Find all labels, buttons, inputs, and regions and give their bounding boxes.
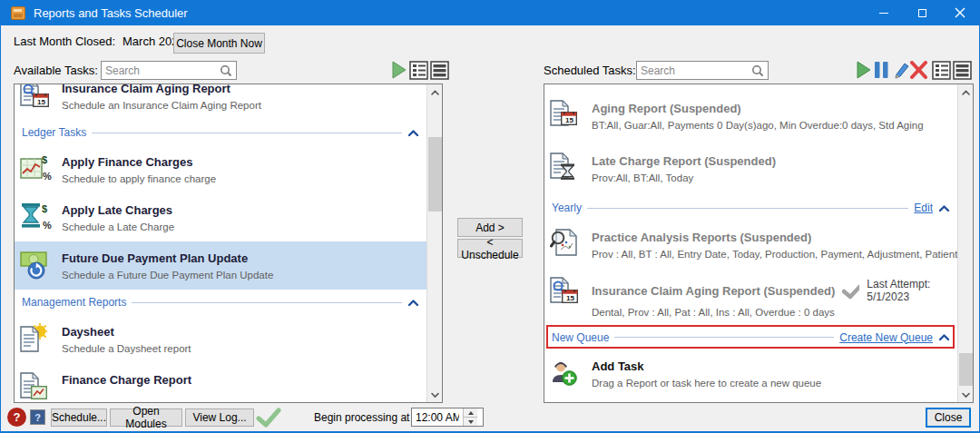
task-late-charge-report[interactable]: Late Charge Report (Suspended) Prov:All,… xyxy=(544,144,957,195)
task-aging-report[interactable]: 15 Aging Report (Suspended) BT:All, Guar… xyxy=(544,92,957,144)
maximize-icon xyxy=(918,9,926,17)
scrollbar-thumb[interactable] xyxy=(959,353,973,386)
task-desc: Drag a Report or task here to create a n… xyxy=(592,378,821,389)
task-practice-analysis[interactable]: Practice Analysis Reports (Suspended) Pr… xyxy=(544,221,957,269)
run-now-icon[interactable] xyxy=(392,61,407,79)
scheduled-tasks-search[interactable] xyxy=(636,61,769,80)
aging-report-icon: 15 xyxy=(550,100,583,131)
search-input[interactable] xyxy=(102,64,220,77)
begin-time-spinner[interactable] xyxy=(411,408,484,427)
minimize-button[interactable] xyxy=(865,0,903,25)
section-ledger-tasks: Ledger Tasks xyxy=(15,120,426,145)
list-view-icon[interactable] xyxy=(953,61,972,80)
list-view-icon[interactable] xyxy=(430,61,449,80)
task-apply-finance-charges[interactable]: $ % Apply Finance Charges Schedule to ap… xyxy=(15,145,426,193)
collapse-chevron-icon[interactable] xyxy=(407,299,419,307)
time-input[interactable] xyxy=(412,408,463,426)
minimize-icon xyxy=(879,13,888,14)
task-finance-charge-report[interactable]: Finance Charge Report xyxy=(15,363,426,402)
task-title: Late Charge Report (Suspended) xyxy=(592,153,776,169)
future-due-payment-icon xyxy=(20,250,53,280)
collapse-chevron-icon[interactable] xyxy=(938,204,950,212)
new-queue-section-wrap: New Queue Create New Queue xyxy=(544,325,957,349)
create-new-queue-link[interactable]: Create New Queue xyxy=(839,331,933,344)
task-title: Daysheet xyxy=(62,324,191,340)
footer-bar: ? ? Schedule... Open Modules View Log...… xyxy=(1,408,979,431)
unschedule-button[interactable]: < Unschedule xyxy=(457,239,523,258)
task-desc: Schedule a Late Charge xyxy=(62,221,174,232)
close-icon xyxy=(955,7,965,18)
window-title: Reports and Tasks Scheduler xyxy=(34,6,188,20)
add-task-person-icon xyxy=(550,358,583,389)
task-title: Apply Late Charges xyxy=(62,202,174,218)
scrollbar-thumb[interactable] xyxy=(428,137,442,212)
left-scrollbar[interactable] xyxy=(426,84,442,402)
view-log-button[interactable]: View Log... xyxy=(185,408,254,427)
task-insurance-claim-aging-scheduled[interactable]: 15 Insurance Claim Aging Report (Suspend… xyxy=(544,269,957,325)
task-desc: Schedule an Insurance Claim Aging Report xyxy=(62,100,261,111)
daysheet-icon xyxy=(20,323,53,354)
pause-icon[interactable] xyxy=(874,61,889,79)
task-desc: Schedule to apply finance charge xyxy=(62,173,216,184)
task-title: Insurance Claim Aging Report xyxy=(62,84,261,96)
schedule-button[interactable]: Schedule... xyxy=(51,408,107,427)
delete-x-icon[interactable] xyxy=(910,61,927,79)
close-window-button[interactable] xyxy=(941,0,979,25)
detail-view-icon[interactable] xyxy=(932,61,951,80)
task-desc: Schedule a Daysheet report xyxy=(62,343,191,354)
spin-up-icon[interactable] xyxy=(464,408,477,418)
collapse-chevron-icon[interactable] xyxy=(938,333,950,341)
help-blue-icon[interactable]: ? xyxy=(30,409,45,425)
scroll-up-icon[interactable] xyxy=(427,84,443,100)
task-insurance-claim-aging[interactable]: 15 Insurance Claim Aging Report Schedule… xyxy=(15,84,426,120)
available-tasks-search[interactable] xyxy=(101,61,237,80)
task-title: Insurance Claim Aging Report (Suspended) xyxy=(592,283,835,299)
scheduled-tasks-panel: 15 Aging Report (Suspended) BT:All, Guar… xyxy=(544,84,974,403)
open-modules-button[interactable]: Open Modules xyxy=(110,408,182,427)
task-add-task[interactable]: Add Task Drag a Report or task here to c… xyxy=(544,349,957,398)
task-desc: BT:All, Guar:All, Payments 0 Day(s)ago, … xyxy=(592,120,924,131)
status-checkmark-icon xyxy=(256,408,281,428)
task-title: Future Due Payment Plan Update xyxy=(62,251,273,266)
spin-down-icon[interactable] xyxy=(464,418,477,426)
task-daysheet[interactable]: Daysheet Schedule a Daysheet report xyxy=(15,315,426,363)
collapse-chevron-icon[interactable] xyxy=(407,129,419,137)
task-desc: Prov : All, BT : All, Entry Date, Today,… xyxy=(592,249,954,260)
finance-charge-report-icon xyxy=(20,371,53,402)
scheduled-tasks-label: Scheduled Tasks: xyxy=(544,64,636,77)
scroll-down-icon[interactable] xyxy=(958,387,974,402)
task-title: Apply Finance Charges xyxy=(62,154,216,170)
task-future-due-payment-plan[interactable]: Future Due Payment Plan Update Schedule … xyxy=(15,241,426,290)
add-button[interactable]: Add > xyxy=(457,218,523,237)
edit-link[interactable]: Edit xyxy=(914,202,933,214)
task-desc: Schedule a Future Due Payment Plan Updat… xyxy=(62,270,273,280)
scroll-up-icon[interactable] xyxy=(958,84,974,100)
section-management-reports: Management Reports xyxy=(15,290,426,315)
right-scrollbar[interactable] xyxy=(957,84,973,402)
app-window: Reports and Tasks Scheduler Last Month C… xyxy=(0,0,980,433)
detail-view-icon[interactable] xyxy=(409,61,428,80)
section-yearly: Yearly Edit xyxy=(544,195,957,221)
resume-icon[interactable] xyxy=(857,61,871,79)
task-title: Finance Charge Report xyxy=(62,372,191,388)
available-tasks-label: Available Tasks: xyxy=(14,64,98,77)
help-red-icon[interactable]: ? xyxy=(7,408,26,427)
close-button[interactable]: Close xyxy=(926,408,971,428)
time-spin-buttons[interactable] xyxy=(463,408,477,426)
scroll-down-icon[interactable] xyxy=(427,387,443,402)
insurance-claim-aging-icon: 15 xyxy=(550,277,583,308)
search-icon xyxy=(751,64,764,77)
last-month-label: Last Month Closed: xyxy=(14,34,115,48)
maximize-button[interactable] xyxy=(903,0,941,25)
close-month-now-button[interactable]: Close Month Now xyxy=(173,33,265,54)
task-title: Aging Report (Suspended) xyxy=(592,101,924,116)
task-apply-late-charges[interactable]: $ % Apply Late Charges Schedule a Late C… xyxy=(15,193,426,241)
insurance-claim-aging-icon: 15 xyxy=(20,84,53,111)
task-desc: Dental, Prov : All, Pat : All, Ins : All… xyxy=(592,307,954,318)
task-title: Practice Analysis Reports (Suspended) xyxy=(592,230,954,245)
late-charge-report-icon xyxy=(550,153,583,183)
late-charges-icon: $ % xyxy=(20,202,53,232)
app-icon xyxy=(11,6,25,20)
edit-pencil-icon[interactable] xyxy=(891,61,910,80)
search-input[interactable] xyxy=(637,64,751,77)
